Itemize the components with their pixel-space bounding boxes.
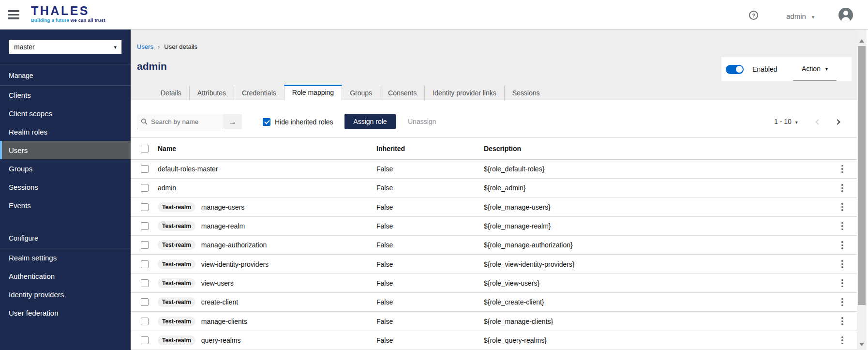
realm-badge: Test-realm <box>158 240 195 250</box>
row-checkbox[interactable] <box>141 203 149 211</box>
kebab-menu-icon[interactable] <box>838 239 846 252</box>
row-checkbox[interactable] <box>141 336 149 344</box>
realm-badge: Test-realm <box>158 259 195 269</box>
pagination-range-dropdown[interactable]: 1 - 10▾ <box>774 118 798 125</box>
row-checkbox[interactable] <box>141 260 149 268</box>
scrollbar-thumb[interactable] <box>858 46 866 305</box>
chevron-right-icon <box>835 119 840 124</box>
tab-details[interactable]: Details <box>153 86 189 100</box>
hamburger-menu-icon[interactable] <box>8 10 20 19</box>
kebab-menu-icon[interactable] <box>838 315 846 328</box>
tab-credentials[interactable]: Credentials <box>234 86 284 100</box>
sidebar-nav: ManageClientsClient scopesRealm rolesUse… <box>0 64 131 322</box>
unassign-button[interactable]: Unassign <box>408 114 436 129</box>
kebab-menu-icon[interactable] <box>838 277 846 289</box>
chevron-down-icon: ▾ <box>114 44 117 50</box>
realm-badge: Test-realm <box>158 278 195 288</box>
tab-sessions[interactable]: Sessions <box>504 86 548 100</box>
role-description: ${role_admin} <box>484 184 828 192</box>
next-page-button[interactable] <box>836 117 839 126</box>
sidebar-item-client-scopes[interactable]: Client scopes <box>0 104 131 122</box>
role-description: ${role_default-roles} <box>484 165 828 173</box>
select-all-checkbox[interactable] <box>141 145 149 152</box>
role-description: ${role_view-users} <box>484 279 828 287</box>
user-menu[interactable]: admin▾ <box>786 12 814 20</box>
kebab-menu-icon[interactable] <box>838 163 846 175</box>
breadcrumb-link-users[interactable]: Users <box>137 43 153 50</box>
table-row: Test-realmmanage-usersFalse${role_manage… <box>131 198 857 217</box>
inherited-value: False <box>376 203 484 211</box>
enabled-toggle[interactable] <box>726 65 744 74</box>
tab-role-mapping[interactable]: Role mapping <box>284 85 342 100</box>
action-dropdown[interactable]: Action ▾ <box>793 57 837 81</box>
chevron-down-icon: ▾ <box>812 14 815 20</box>
row-checkbox[interactable] <box>141 184 149 192</box>
sidebar-item-realm-settings[interactable]: Realm settings <box>0 248 131 267</box>
realm-selector[interactable]: master ▾ <box>9 40 122 54</box>
role-name: admin <box>158 184 176 192</box>
scroll-down-arrow-icon[interactable] <box>859 343 864 346</box>
kebab-menu-icon[interactable] <box>838 201 846 213</box>
assign-role-button[interactable]: Assign role <box>344 114 396 129</box>
action-dropdown-label: Action <box>802 65 821 73</box>
sidebar-item-identity-providers[interactable]: Identity providers <box>0 285 131 304</box>
table-row: Test-realmmanage-realmFalse${role_manage… <box>131 217 857 236</box>
search-input[interactable] <box>151 118 214 125</box>
column-header-inherited: Inherited <box>376 145 484 152</box>
realm-badge: Test-realm <box>158 297 195 307</box>
sidebar-item-users[interactable]: Users <box>0 141 131 159</box>
prev-page-button[interactable] <box>816 117 820 126</box>
inherited-value: False <box>376 260 484 268</box>
row-checkbox[interactable] <box>141 279 149 287</box>
hide-inherited-checkbox[interactable] <box>263 118 270 126</box>
realm-badge: Test-realm <box>158 335 195 345</box>
search-submit-button[interactable]: → <box>223 114 242 129</box>
role-name: view-identity-providers <box>201 260 269 268</box>
scroll-up-arrow-icon[interactable] <box>859 39 864 43</box>
row-checkbox[interactable] <box>141 165 149 173</box>
kebab-menu-icon[interactable] <box>838 182 846 195</box>
tab-bar: DetailsAttributesCredentialsRole mapping… <box>153 85 548 100</box>
tab-identity-provider-links[interactable]: Identity provider links <box>424 86 504 100</box>
help-icon[interactable]: ? <box>749 11 758 20</box>
enabled-toggle-label: Enabled <box>752 65 777 73</box>
brand-wordmark: THALES <box>31 4 105 17</box>
sidebar-item-clients[interactable]: Clients <box>0 86 131 104</box>
tab-consents[interactable]: Consents <box>380 86 424 100</box>
search-box <box>137 114 223 129</box>
avatar[interactable] <box>838 8 853 22</box>
sidebar-item-user-federation[interactable]: User federation <box>0 304 131 322</box>
hide-inherited-label[interactable]: Hide inherited roles <box>275 118 333 126</box>
table-row: Test-realmmanage-clientsFalse${role_mana… <box>131 312 857 331</box>
column-header-name: Name <box>158 145 376 152</box>
tab-groups[interactable]: Groups <box>342 86 380 100</box>
inherited-value: False <box>376 241 484 249</box>
role-description: ${role_query-realms} <box>484 336 828 344</box>
table-row: adminFalse${role_admin} <box>131 179 857 198</box>
pagination-range-label: 1 - 10 <box>774 118 792 125</box>
vertical-scrollbar[interactable] <box>857 30 867 350</box>
tab-attributes[interactable]: Attributes <box>189 86 234 100</box>
brand-logo: THALES Building a future we can all trus… <box>31 4 105 23</box>
row-checkbox[interactable] <box>141 222 149 230</box>
row-checkbox[interactable] <box>141 318 149 325</box>
sidebar-item-realm-roles[interactable]: Realm roles <box>0 122 131 141</box>
kebab-menu-icon[interactable] <box>838 334 846 347</box>
sidebar-item-events[interactable]: Events <box>0 196 131 214</box>
table-row: default-roles-masterFalse${role_default-… <box>131 160 857 179</box>
hide-inherited-control: Hide inherited roles <box>263 114 333 129</box>
row-checkbox[interactable] <box>141 298 149 306</box>
pagination: 1 - 10▾ <box>774 114 839 129</box>
kebab-menu-icon[interactable] <box>838 220 846 232</box>
row-checkbox[interactable] <box>141 241 149 249</box>
table-row: Test-realmview-identity-providersFalse${… <box>131 255 857 274</box>
role-description: ${role_manage-clients} <box>484 318 828 325</box>
sidebar-item-sessions[interactable]: Sessions <box>0 178 131 196</box>
role-description: ${role_create-client} <box>484 298 828 306</box>
sidebar-item-groups[interactable]: Groups <box>0 159 131 178</box>
sidebar: master ▾ ManageClientsClient scopesRealm… <box>0 30 131 350</box>
kebab-menu-icon[interactable] <box>838 296 846 308</box>
sidebar-item-authentication[interactable]: Authentication <box>0 267 131 285</box>
kebab-menu-icon[interactable] <box>838 258 846 271</box>
roles-table: Name Inherited Description default-roles… <box>131 137 857 350</box>
